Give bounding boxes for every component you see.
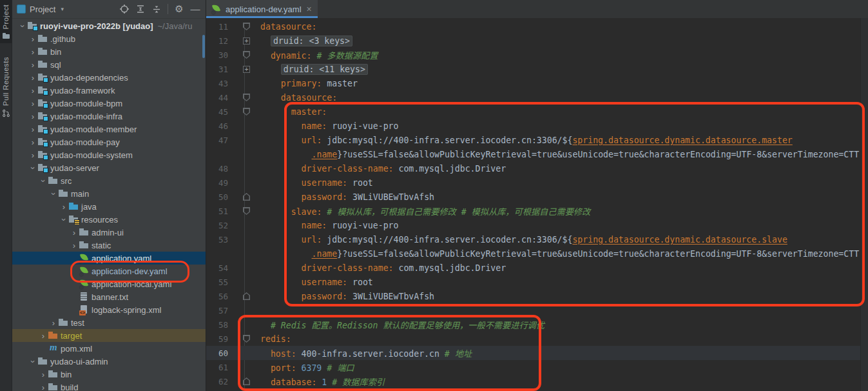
code-line[interactable]: 44datasource: <box>206 90 868 105</box>
chevron-down-icon[interactable]: › <box>18 21 28 30</box>
chevron-right-icon[interactable]: › <box>39 331 48 341</box>
chevron-right-icon[interactable]: › <box>28 73 37 83</box>
tree-item[interactable]: application.yaml <box>12 252 206 265</box>
token-link[interactable]: spring.datasource.dynamic.datasource.mas… <box>572 135 792 145</box>
close-icon[interactable]: × <box>307 4 312 14</box>
code-line[interactable]: 56password: 3WLiVUBEwTbvAfsh <box>206 289 868 303</box>
chevron-down-icon[interactable]: › <box>39 176 48 185</box>
collapse-all-icon[interactable] <box>151 4 162 14</box>
chevron-right-icon[interactable]: › <box>28 86 37 95</box>
fold-end-icon[interactable] <box>231 374 259 388</box>
chevron-right-icon[interactable]: › <box>49 318 58 328</box>
fold-open-icon[interactable] <box>231 204 259 218</box>
tree-item[interactable]: ›ruoyi-vue-pro-2022b [yudao]~/Java/ru <box>12 19 206 32</box>
chevron-down-icon[interactable]: › <box>28 163 38 172</box>
tree-item[interactable]: ›yudao-module-bpm <box>12 97 206 110</box>
tree-item[interactable]: ›main <box>12 187 206 200</box>
tree-item[interactable]: ›yudao-module-member <box>12 123 206 135</box>
fold-open-icon[interactable] <box>231 48 259 62</box>
chevron-right-icon[interactable]: › <box>39 370 48 379</box>
fold-end-icon[interactable] <box>231 190 259 204</box>
fold-open-icon[interactable] <box>231 105 259 119</box>
code-line[interactable]: .name}?useSSL=false&allowPublicKeyRetrie… <box>206 246 868 261</box>
tree-item[interactable]: ›sql <box>12 58 206 71</box>
code-line[interactable]: 48driver-class-name: com.mysql.jdbc.Driv… <box>206 161 868 175</box>
fold-plus-icon[interactable]: + <box>231 62 259 76</box>
tree-item[interactable]: application-local.yaml <box>12 277 206 290</box>
chevron-right-icon[interactable]: › <box>28 60 37 70</box>
tool-window-button-pull-requests[interactable]: Pull Requests <box>0 52 12 122</box>
code-line[interactable]: 31+druid: <11 keys> <box>206 62 868 76</box>
tab-application-dev-yaml[interactable]: application-dev.yaml × <box>206 0 318 18</box>
tree-item[interactable]: ›java <box>12 200 206 213</box>
hide-panel-minus-icon[interactable]: — <box>190 4 200 14</box>
chevron-down-icon[interactable]: › <box>59 215 69 224</box>
token-link[interactable]: .name <box>312 249 338 259</box>
chevron-right-icon[interactable]: › <box>59 202 68 212</box>
tool-window-button-project[interactable]: Project <box>0 0 12 43</box>
tree-item[interactable]: ›yudao-ui-admin <box>12 355 206 368</box>
chevron-right-icon[interactable]: › <box>28 112 37 121</box>
chevron-down-icon[interactable]: › <box>28 357 38 366</box>
tree-item[interactable]: ›yudao-module-infra <box>12 110 206 123</box>
chevron-right-icon[interactable]: › <box>28 47 37 57</box>
code-line[interactable]: 58# Redis 配置。Redisson 默认的配置足够使用，一般不需要进行调… <box>206 317 868 332</box>
chevron-down-icon[interactable]: ▾ <box>61 6 64 12</box>
code-line[interactable]: 59redis: <box>206 332 868 346</box>
code-line[interactable]: 62database: 1 # 数据库索引 <box>206 374 868 388</box>
panel-scrollbar-thumb[interactable] <box>202 35 205 58</box>
settings-gear-icon[interactable]: ⚙ <box>174 4 184 14</box>
tree-item[interactable]: ›yudao-dependencies <box>12 71 206 84</box>
chevron-right-icon[interactable]: › <box>28 99 37 108</box>
editor-code[interactable]: 11datasource:12+druid: <3 keys>30dynamic… <box>206 18 868 391</box>
chevron-right-icon[interactable]: › <box>28 150 37 160</box>
code-line[interactable]: 47url: jdbc:mysql://400-infra.server.ioc… <box>206 133 868 147</box>
fold-open-icon[interactable] <box>231 90 259 105</box>
tree-item[interactable]: ›build <box>12 381 206 391</box>
code-line[interactable]: 55username: root <box>206 275 868 289</box>
code-line[interactable]: 45master: <box>206 105 868 119</box>
code-line[interactable]: 50password: 3WLiVUBEwTbvAfsh <box>206 190 868 204</box>
tree-item[interactable]: ›bin <box>12 45 206 58</box>
tree-item[interactable]: ›yudao-framework <box>12 84 206 97</box>
chevron-right-icon[interactable]: › <box>28 125 37 134</box>
tree-item[interactable]: ›yudao-module-system <box>12 148 206 161</box>
code-line[interactable]: 51slave: # 模拟从库，可根据自己需要修改 # 模拟从库，可根据自己需要… <box>206 204 868 218</box>
tree-item[interactable]: ›yudao-server <box>12 161 206 174</box>
fold-end-icon[interactable] <box>231 289 259 303</box>
locate-target-icon[interactable] <box>119 4 130 14</box>
token-link[interactable]: .name <box>312 150 338 159</box>
chevron-right-icon[interactable]: › <box>70 228 79 237</box>
tree-item[interactable]: logback-spring.xml <box>12 303 206 316</box>
code-line[interactable]: 43primary: master <box>206 76 868 90</box>
tree-item[interactable]: ›static <box>12 239 206 252</box>
code-line[interactable]: 49username: root <box>206 175 868 190</box>
fold-open-icon[interactable] <box>231 19 259 34</box>
tree-item[interactable]: ›admin-ui <box>12 226 206 239</box>
editor-scrollbar[interactable] <box>860 18 868 391</box>
tree-item[interactable]: ›resources <box>12 213 206 226</box>
tree-item[interactable]: banner.txt <box>12 290 206 303</box>
code-line[interactable]: 54driver-class-name: com.mysql.jdbc.Driv… <box>206 261 868 275</box>
token-link[interactable]: spring.datasource.dynamic.datasource.sla… <box>572 235 787 245</box>
fold-open-icon[interactable] <box>231 332 259 346</box>
tree-item[interactable]: application-dev.yaml <box>12 265 206 277</box>
code-line[interactable]: 11datasource: <box>206 19 868 34</box>
chevron-down-icon[interactable]: › <box>49 189 59 198</box>
code-line[interactable]: 30dynamic: # 多数据源配置 <box>206 48 868 62</box>
code-line[interactable]: 46name: ruoyi-vue-pro <box>206 119 868 133</box>
code-line[interactable]: 61port: 6379 # 端口 <box>206 360 868 374</box>
fold-plus-icon[interactable]: + <box>231 34 259 48</box>
code-line[interactable]: 12+druid: <3 keys> <box>206 34 868 48</box>
tree-item[interactable]: pom.xml <box>12 342 206 355</box>
chevron-right-icon[interactable]: › <box>28 34 37 44</box>
tree-item[interactable]: ›target <box>12 329 206 342</box>
chevron-right-icon[interactable]: › <box>70 241 79 250</box>
code-line[interactable]: 60host: 400-infra.server.iocoder.cn # 地址 <box>206 346 868 360</box>
tree-item[interactable]: ›src <box>12 174 206 187</box>
code-line[interactable]: 52name: ruoyi-vue-pro <box>206 218 868 232</box>
tree-item[interactable]: ›test <box>12 316 206 329</box>
chevron-right-icon[interactable]: › <box>39 383 48 391</box>
project-panel-title[interactable]: Project <box>30 5 55 14</box>
code-line[interactable]: 53url: jdbc:mysql://400-infra.server.ioc… <box>206 232 868 246</box>
